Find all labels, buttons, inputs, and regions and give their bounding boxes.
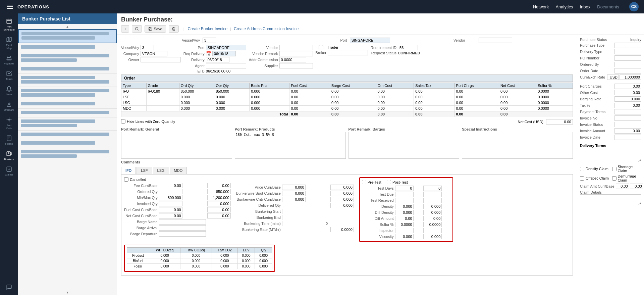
density-input2[interactable] bbox=[423, 204, 442, 209]
vendor-input2[interactable] bbox=[279, 45, 313, 50]
pre-test-checkbox[interactable] bbox=[362, 180, 366, 184]
tab-lsg[interactable]: LSG bbox=[153, 167, 169, 174]
viscosity-input2[interactable] bbox=[423, 234, 442, 239]
tab-lsf[interactable]: LSF bbox=[137, 167, 152, 174]
port-charges-input[interactable] bbox=[614, 84, 641, 89]
delivery-terms-textarea[interactable] bbox=[580, 149, 641, 162]
create-invoice-button[interactable]: Create Bunker Invoice bbox=[187, 27, 227, 31]
test-received-input1[interactable] bbox=[395, 198, 414, 203]
ordered-qty-input2[interactable] bbox=[207, 189, 231, 194]
delivery-type-input[interactable] bbox=[614, 49, 641, 54]
claim-amt-input1[interactable] bbox=[616, 184, 629, 189]
nav-analytics[interactable]: Analytics bbox=[555, 4, 573, 9]
sulfur-pct-input1[interactable] bbox=[395, 222, 414, 227]
broker-input[interactable] bbox=[328, 50, 368, 55]
sulfur-pct-input2[interactable] bbox=[423, 222, 442, 227]
list-item[interactable] bbox=[18, 87, 117, 100]
list-item[interactable] bbox=[18, 52, 117, 65]
bunkerwire-spot-input1[interactable] bbox=[282, 191, 306, 196]
remark-products-textarea[interactable]: 180 Cst, max 3.5% S bbox=[235, 132, 346, 159]
purchase-type-input[interactable] bbox=[614, 43, 641, 48]
tax-pct-input[interactable] bbox=[614, 103, 641, 108]
bunkerwire-cntr-input2[interactable] bbox=[330, 197, 354, 202]
req-delivery-input[interactable] bbox=[212, 51, 236, 56]
delete-button[interactable] bbox=[169, 25, 179, 33]
requirement-id-input[interactable] bbox=[398, 45, 418, 50]
test-days-input2[interactable] bbox=[423, 186, 442, 191]
list-item[interactable] bbox=[18, 43, 117, 52]
hide-zero-checkbox[interactable] bbox=[121, 119, 125, 124]
list-scroll-up[interactable]: ▲ bbox=[18, 24, 117, 29]
sidebar-item-fleet-map[interactable]: FleetMap bbox=[0, 35, 18, 52]
list-item[interactable] bbox=[18, 117, 117, 131]
delivered-qty-input[interactable] bbox=[330, 203, 354, 208]
order-date-input[interactable] bbox=[614, 68, 641, 73]
cancelled-checkbox[interactable] bbox=[124, 177, 128, 182]
add-button[interactable]: + bbox=[121, 25, 129, 33]
user-avatar[interactable]: CS bbox=[629, 2, 639, 11]
max-qty-input[interactable] bbox=[207, 195, 231, 200]
list-item[interactable] bbox=[18, 148, 117, 161]
vessel-voy-input2[interactable] bbox=[141, 45, 154, 50]
vendor-input[interactable] bbox=[479, 38, 512, 43]
sidebar-item-chat[interactable] bbox=[5, 282, 13, 292]
invoice-no-input[interactable] bbox=[614, 115, 641, 121]
list-item[interactable] bbox=[18, 65, 117, 74]
sidebar-item-forms[interactable]: Forms bbox=[0, 133, 18, 147]
search-button[interactable] bbox=[132, 25, 142, 33]
list-item[interactable] bbox=[18, 29, 117, 43]
fee-curr-input2[interactable] bbox=[207, 183, 231, 188]
barge-name-input[interactable] bbox=[159, 219, 206, 225]
density-input1[interactable] bbox=[395, 204, 414, 209]
supplier-input[interactable] bbox=[279, 63, 313, 68]
density-claim-checkbox[interactable] bbox=[580, 167, 584, 171]
offspec-claim-checkbox[interactable] bbox=[580, 176, 584, 181]
other-cost-input[interactable] bbox=[614, 90, 641, 95]
list-scroll[interactable] bbox=[18, 29, 117, 290]
bunkering-time-input[interactable] bbox=[282, 221, 329, 226]
claim-amt-input2[interactable] bbox=[630, 184, 643, 189]
fuel-cost-input2[interactable] bbox=[207, 207, 231, 212]
invoiced-qty-input2[interactable] bbox=[207, 201, 231, 206]
invoice-status-input[interactable] bbox=[614, 122, 641, 127]
create-address-button[interactable]: Create Address Commission Invoice bbox=[234, 27, 299, 31]
barge-departure-input[interactable] bbox=[159, 231, 206, 237]
price-curr-input2[interactable] bbox=[330, 185, 354, 190]
payment-terms-input[interactable] bbox=[614, 109, 641, 114]
inspector-input1[interactable] bbox=[395, 228, 414, 233]
invoice-amount-input[interactable] bbox=[614, 128, 641, 134]
po-number-input[interactable] bbox=[614, 55, 641, 61]
list-scroll-down[interactable]: ▼ bbox=[18, 290, 117, 295]
vessel-voy-input[interactable] bbox=[203, 38, 216, 43]
list-item[interactable] bbox=[18, 109, 117, 117]
nav-network[interactable]: Network bbox=[533, 4, 549, 9]
net-cost-usd-input[interactable] bbox=[546, 119, 573, 125]
agent-input[interactable] bbox=[206, 63, 246, 68]
diff-amount-input2[interactable] bbox=[423, 216, 442, 221]
price-curr-input1[interactable] bbox=[282, 185, 306, 190]
nav-inbox[interactable]: Inbox bbox=[580, 4, 590, 9]
currency-input[interactable] bbox=[607, 75, 619, 80]
net-cost-tab-input1[interactable] bbox=[159, 213, 182, 218]
list-item[interactable] bbox=[18, 100, 117, 109]
bunkering-rate-input[interactable] bbox=[330, 227, 354, 232]
port-input[interactable] bbox=[350, 38, 390, 43]
barging-rate-input[interactable] bbox=[614, 96, 641, 102]
bunkerwire-cntr-input1[interactable] bbox=[282, 197, 306, 202]
bunkerwire-spot-input2[interactable] bbox=[330, 191, 354, 196]
nav-documents[interactable]: Documents bbox=[597, 4, 619, 9]
diff-density-input2[interactable] bbox=[423, 210, 442, 215]
demurrage-claim-checkbox[interactable] bbox=[612, 176, 616, 181]
barge-arrival-input[interactable] bbox=[159, 225, 206, 231]
remark-barges-textarea[interactable] bbox=[348, 132, 460, 159]
sidebar-item-alerts[interactable]: Alerts bbox=[0, 84, 18, 98]
list-item[interactable] bbox=[18, 74, 117, 87]
min-qty-input[interactable] bbox=[159, 195, 182, 200]
fuel-cost-input1[interactable] bbox=[159, 207, 182, 212]
test-due-input2[interactable] bbox=[423, 192, 442, 197]
viscosity-input1[interactable] bbox=[395, 234, 414, 239]
bunkering-start-input[interactable] bbox=[282, 209, 329, 214]
company-input[interactable] bbox=[141, 51, 167, 56]
list-item[interactable] bbox=[18, 131, 117, 139]
invoice-date-input[interactable] bbox=[614, 135, 641, 140]
